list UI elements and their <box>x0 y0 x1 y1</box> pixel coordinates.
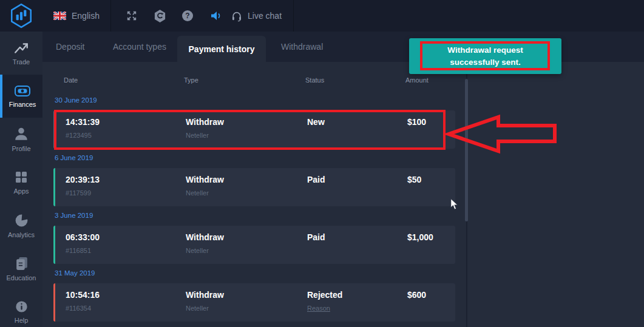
app-window: English ? <box>0 0 644 327</box>
sidebar-item-apps[interactable]: Apps <box>0 161 42 204</box>
tab-withdrawal[interactable]: Withdrawal <box>281 32 323 62</box>
sidebar-item-label: Finances <box>9 101 36 108</box>
tab-account-types[interactable]: Account types <box>113 32 166 62</box>
fullscreen-button[interactable] <box>121 0 143 32</box>
help-badge-button[interactable]: ? <box>177 0 198 32</box>
pie-chart-icon <box>14 213 29 228</box>
row-method: Neteller <box>186 305 209 312</box>
row-type: Withdraw <box>186 232 224 242</box>
date-group-label: 6 June 2019 <box>55 154 93 161</box>
documents-icon <box>14 256 29 271</box>
row-id: #116851 <box>66 247 91 254</box>
fullscreen-icon <box>126 10 138 22</box>
pocket-option-logo-icon <box>10 3 33 29</box>
payment-row: 06:33:00 #116851 Withdraw Neteller Paid … <box>53 226 455 264</box>
row-status: Paid <box>307 232 325 242</box>
row-id: #116354 <box>66 305 91 312</box>
live-chat-button[interactable]: Live chat <box>231 0 282 32</box>
sidebar-item-label: Apps <box>13 187 29 195</box>
platform-badge-button[interactable] <box>149 0 171 32</box>
row-id: #117599 <box>66 189 91 197</box>
sidebar-item-trade[interactable]: Trade <box>0 32 42 75</box>
trend-up-icon <box>13 41 29 55</box>
sidebar-item-profile[interactable]: Profile <box>0 118 42 161</box>
date-group-label: 31 May 2019 <box>55 269 95 277</box>
sidebar-item-label: Trade <box>13 58 30 66</box>
row-amount: $50 <box>407 175 421 184</box>
top-bar: English ? <box>0 0 644 32</box>
date-group-label: 30 June 2019 <box>55 96 97 104</box>
annotation-box-toast <box>420 41 550 70</box>
svg-text:?: ? <box>185 12 189 20</box>
row-status: Rejected <box>307 290 342 300</box>
row-type: Withdraw <box>186 175 224 184</box>
row-status: Paid <box>307 175 325 184</box>
brand-logo[interactable] <box>0 0 42 32</box>
annotation-arrow-left-icon <box>445 113 560 157</box>
mouse-cursor-icon <box>450 198 459 211</box>
column-header-status: Status <box>305 76 324 84</box>
right-content-panel <box>466 62 644 327</box>
live-chat-label: Live chat <box>248 11 282 21</box>
sidebar-item-finances[interactable]: Finances <box>0 75 42 118</box>
row-method: Neteller <box>186 189 209 197</box>
language-label: English <box>72 11 100 21</box>
topbar-divider <box>110 0 111 32</box>
apps-grid-icon <box>14 170 29 184</box>
row-time: 20:39:13 <box>66 175 100 184</box>
column-header-date: Date <box>64 76 78 84</box>
column-header-type: Type <box>184 76 198 84</box>
speaker-icon <box>210 10 222 22</box>
sidebar-item-label: Help <box>15 317 29 324</box>
date-group-label: 3 June 2019 <box>55 212 93 219</box>
person-icon <box>13 126 29 142</box>
tab-payment-history[interactable]: Payment history <box>177 36 266 62</box>
payment-history-panel: Date Type Status Amount 30 June 2019 14:… <box>42 62 644 327</box>
sidebar-item-label: Education <box>7 274 36 281</box>
topbar-divider <box>293 0 294 32</box>
sidebar-item-label: Analytics <box>8 231 35 238</box>
rejection-reason-link[interactable]: Reason <box>307 305 330 312</box>
sidebar-item-education[interactable]: Education <box>0 247 42 290</box>
sound-button[interactable] <box>205 0 227 32</box>
sidebar-item-label: Profile <box>12 145 30 152</box>
row-type: Withdraw <box>186 290 224 300</box>
language-selector[interactable]: English <box>53 0 100 32</box>
column-header-amount: Amount <box>405 76 429 84</box>
sidebar-nav: Trade Finances Profile App <box>0 32 42 327</box>
row-amount: $600 <box>407 290 426 300</box>
info-icon <box>15 300 29 314</box>
uk-flag-icon <box>53 12 66 20</box>
payment-row: 20:39:13 #117599 Withdraw Neteller Paid … <box>53 168 455 206</box>
row-method: Neteller <box>186 247 209 254</box>
sidebar-item-help[interactable]: Help <box>0 290 42 327</box>
row-time: 10:54:16 <box>66 290 100 300</box>
hexagon-refresh-icon <box>154 9 166 23</box>
payment-row: 10:54:16 #116354 Withdraw Neteller Rejec… <box>53 283 455 322</box>
tab-deposit[interactable]: Deposit <box>56 32 84 62</box>
row-time: 06:33:00 <box>66 232 100 242</box>
question-mark-icon: ? <box>181 10 194 22</box>
wallet-icon <box>14 84 31 98</box>
headset-icon <box>231 10 243 22</box>
sidebar-item-analytics[interactable]: Analytics <box>0 204 42 247</box>
annotation-box-row <box>54 110 446 150</box>
row-amount: $1,000 <box>407 232 433 242</box>
